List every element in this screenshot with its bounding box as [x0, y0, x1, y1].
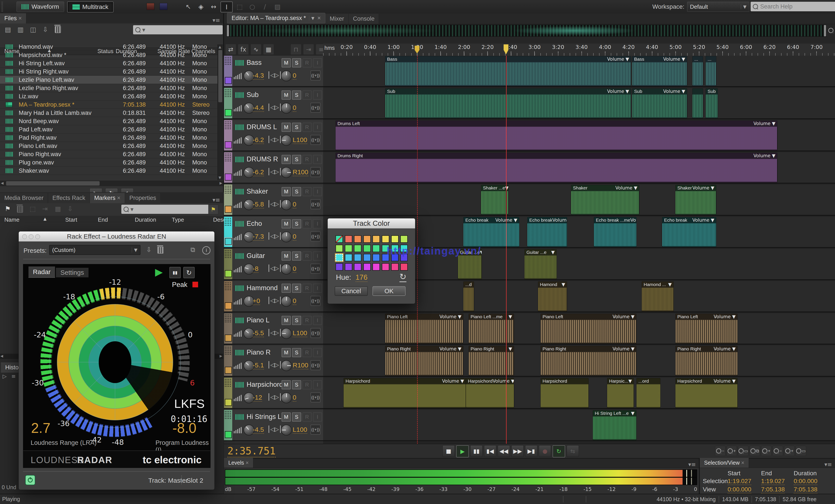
- color-swatch-7[interactable]: [391, 235, 399, 243]
- color-swatch-30[interactable]: [382, 263, 389, 270]
- color-swatch-5[interactable]: [372, 235, 380, 243]
- track-header-sub[interactable]: SubMSRI-4.4◁▷0((+)): [224, 88, 323, 119]
- scroll-right-icon[interactable]: ▶: [220, 354, 222, 358]
- track-header-hammond[interactable]: HammondMSRI+0◁▷0((+)): [224, 281, 323, 313]
- track-color-chip[interactable]: [225, 335, 232, 342]
- clip-volume-dropdown[interactable]: Volume ▼: [753, 121, 775, 126]
- pan-value[interactable]: 0: [293, 72, 297, 80]
- color-swatch-13[interactable]: [372, 245, 380, 252]
- zoom-button-5[interactable]: +: [761, 446, 772, 456]
- track-header-drums-l[interactable]: DRUMS LMSRI-6.2◁▷L100((+)): [224, 120, 323, 152]
- monitor-input-button[interactable]: I: [313, 219, 322, 228]
- file-row[interactable]: Piano Left.wav6:26.48944100 HzMono: [0, 142, 218, 150]
- clip-volume-dropdown[interactable]: Volume ▼: [714, 346, 736, 351]
- clip-volume-dropdown[interactable]: Volume ▼: [714, 314, 736, 319]
- marquee-tool[interactable]: ⬚: [234, 1, 245, 12]
- pan-knob[interactable]: [281, 70, 292, 81]
- insert-marker-icon[interactable]: ⇥: [42, 205, 48, 213]
- track-lane-drums-l[interactable]: Drums LeftVolume ▼: [323, 120, 835, 152]
- audio-clip[interactable]: Echo break ...meVolume ▼: [594, 217, 636, 247]
- zoom-navigator[interactable]: [227, 25, 826, 37]
- audio-clip[interactable]: ShakerVolume ▼: [571, 185, 639, 215]
- paintbrush-tool[interactable]: ∕: [259, 1, 270, 12]
- track-lane-shaker[interactable]: Shaker ...e▼ShakerVolume ▼ShakerVolume ▼: [323, 184, 835, 216]
- markers-column-headers[interactable]: NameStartEndDurationTypeDescri▲: [0, 215, 223, 224]
- tab-properties[interactable]: Properties: [125, 193, 161, 203]
- color-swatch-11[interactable]: [354, 245, 361, 252]
- track-color-chip[interactable]: [225, 141, 232, 148]
- clip-volume-dropdown[interactable]: Volume ▼: [613, 346, 634, 351]
- close-file-icon[interactable]: ◫: [30, 26, 36, 33]
- track-header-shaker[interactable]: ShakerMSRI-5.8◁▷0((+)): [224, 184, 323, 216]
- track-lane-hi-strings-l[interactable]: Hi String Left ...e▼: [323, 410, 835, 441]
- volume-value[interactable]: -6.2: [253, 136, 264, 144]
- record-arm-button[interactable]: R: [303, 90, 312, 100]
- record-arm-button[interactable]: R: [303, 412, 312, 422]
- color-swatch-18[interactable]: [345, 254, 352, 261]
- close-icon[interactable]: ×: [19, 15, 22, 22]
- tab-levels[interactable]: Levels ×: [224, 458, 253, 468]
- solo-button[interactable]: S: [292, 380, 301, 389]
- monitor-input-button[interactable]: I: [313, 123, 322, 132]
- record-arm-button[interactable]: R: [303, 187, 312, 196]
- track-header-hi-strings-l[interactable]: Hi Strings LMSRI-4.5◁▷L100((+)): [224, 410, 323, 441]
- sends-icon[interactable]: ((+)): [310, 103, 321, 113]
- clip-volume-dropdown[interactable]: Volume ▼: [613, 314, 634, 319]
- audio-clip[interactable]: Hamond▼: [538, 281, 567, 311]
- record-arm-button[interactable]: R: [303, 348, 312, 357]
- loop-playback-button[interactable]: ↻: [552, 445, 565, 458]
- history-play-icon[interactable]: ▷: [3, 373, 6, 379]
- mute-button[interactable]: M: [282, 380, 291, 389]
- sends-icon[interactable]: ((+)): [310, 167, 321, 177]
- pause-button[interactable]: ▮▮: [470, 445, 483, 457]
- sends-icon[interactable]: ((+)): [310, 231, 321, 241]
- files-vertical-scrollbar[interactable]: ▲ ▼: [218, 44, 223, 180]
- mute-button[interactable]: M: [282, 90, 291, 100]
- monitor-input-button[interactable]: I: [313, 284, 322, 293]
- mute-button[interactable]: M: [282, 187, 291, 196]
- track-header-harpsichord[interactable]: HarpsichordMSRI-12◁▷0((+)): [224, 378, 323, 409]
- search-options-icon[interactable]: ▼: [142, 28, 145, 32]
- track-color-chip[interactable]: [225, 270, 232, 277]
- pan-value[interactable]: 0: [293, 394, 297, 402]
- window-minimize-icon[interactable]: [29, 234, 34, 239]
- dialog-title[interactable]: Track Color: [328, 218, 415, 228]
- pan-knob[interactable]: [281, 328, 292, 339]
- drag-handle[interactable]: [224, 89, 232, 98]
- solo-button[interactable]: S: [292, 187, 301, 196]
- sends-icon[interactable]: ((+)): [310, 199, 321, 209]
- markers-column-name[interactable]: Name: [4, 217, 19, 223]
- zoom-button-2[interactable]: +: [727, 446, 737, 456]
- clip-volume-dropdown[interactable]: Volume ▼: [692, 185, 714, 190]
- effect-power-toggle[interactable]: [25, 475, 35, 485]
- volume-value[interactable]: -5.5: [253, 329, 264, 337]
- add-marker-icon[interactable]: ⚑: [5, 205, 11, 213]
- color-swatch-4[interactable]: [363, 235, 371, 243]
- help-search[interactable]: [751, 2, 835, 11]
- audio-clip[interactable]: ...: [692, 56, 703, 86]
- plugin-play-icon[interactable]: ▶: [155, 266, 163, 278]
- track-lane-sub[interactable]: SubVolume ▼SubVolume ▼Sub: [323, 88, 835, 119]
- solo-button[interactable]: S: [292, 90, 301, 100]
- audio-clip[interactable]: Echo breakVolume ▼: [662, 217, 716, 247]
- zoom-button-7[interactable]: +: [784, 446, 795, 456]
- volume-value[interactable]: -12: [253, 394, 262, 402]
- record-arm-button[interactable]: R: [303, 155, 312, 164]
- solo-button[interactable]: S: [292, 58, 301, 67]
- clip-volume-dropdown[interactable]: ▼: [509, 314, 512, 319]
- pan-value[interactable]: 0: [293, 297, 297, 305]
- pan-knob[interactable]: [281, 360, 292, 371]
- volume-value[interactable]: -5.1: [253, 362, 264, 369]
- color-swatch-10[interactable]: [345, 245, 352, 252]
- timecode-display[interactable]: 2:35.751: [227, 445, 276, 458]
- volume-value[interactable]: -6.2: [253, 168, 264, 176]
- record-arm-button[interactable]: R: [303, 219, 312, 228]
- clip-volume-dropdown[interactable]: Volume ▼: [663, 57, 685, 62]
- drag-handle[interactable]: [224, 379, 232, 387]
- panel-menu-icon[interactable]: ▾≡: [209, 197, 223, 203]
- navigator-right-handle[interactable]: [824, 25, 826, 36]
- sends-icon[interactable]: ((+)): [310, 135, 321, 145]
- audio-clip[interactable]: ...ord: [636, 378, 660, 408]
- pan-value[interactable]: R100: [293, 362, 308, 369]
- color-swatch-2[interactable]: [345, 235, 352, 243]
